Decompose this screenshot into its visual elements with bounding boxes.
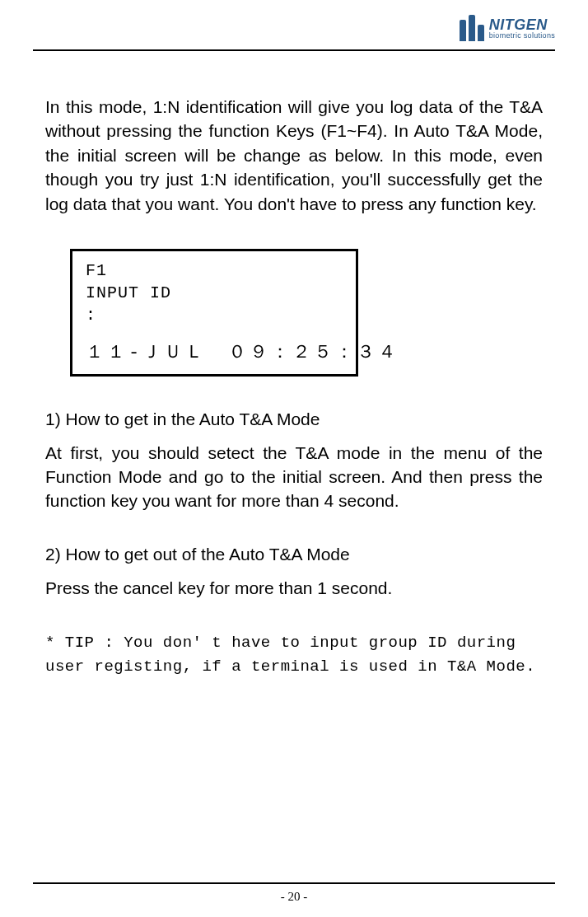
nitgen-logo-icon [460, 15, 484, 41]
brand-text: NITGEN biometric solutions [489, 17, 555, 40]
page-number: - 20 - [0, 890, 588, 904]
lcd-display-box: F1 INPUT ID : １１-ＪＵＬ ０９：２５：３４ [70, 249, 358, 377]
lcd-datetime: １１-ＪＵＬ ０９：２５：３４ [86, 341, 343, 366]
brand-sub: biometric solutions [489, 32, 555, 40]
section-1-heading: 1) How to get in the Auto T&A Mode [45, 409, 543, 429]
lcd-line-1: F1 [86, 260, 343, 282]
intro-paragraph: In this mode, 1:N identification will gi… [45, 95, 543, 216]
brand-main: NITGEN [489, 17, 555, 32]
page-header: NITGEN biometric solutions [460, 15, 555, 41]
lcd-line-2: INPUT ID [86, 282, 343, 304]
lcd-line-3: : [86, 304, 343, 326]
tip-text: * TIP : You don' t have to input group I… [45, 631, 543, 678]
bottom-divider [33, 882, 555, 884]
section-2-heading: 2) How to get out of the Auto T&A Mode [45, 545, 543, 564]
section-2-body: Press the cancel key for more than 1 sec… [45, 576, 543, 600]
top-divider [33, 49, 555, 51]
section-1-body: At first, you should setect the T&A mode… [45, 441, 543, 513]
page-content: In this mode, 1:N identification will gi… [45, 95, 543, 678]
